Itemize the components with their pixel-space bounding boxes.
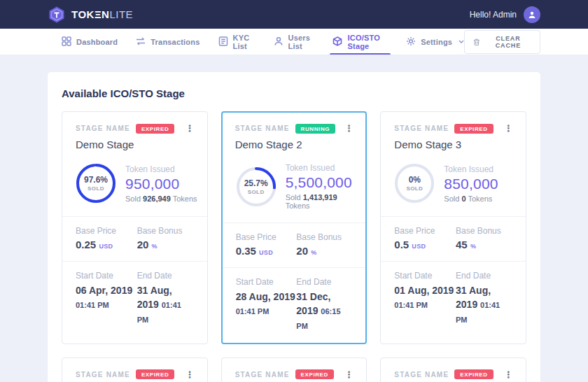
end-date-label: End Date [456,271,512,281]
stage-title: Demo Stage 3 [394,139,516,150]
token-issued-value: 950,000 [125,176,197,192]
token-issued-label: Token Issued [125,164,197,174]
sold-tokens-line: Sold 1,413,919 Tokens [286,193,356,210]
sold-progress-ring: 0% SOLD [394,163,435,204]
sold-percent: 25.7% [244,178,268,188]
user-avatar[interactable] [524,6,540,23]
stage-name-label: STAGE NAME [76,125,130,132]
stage-card: STAGE NAME EXPIRED ⋮ Demo Stage 5 0% SOL… [221,358,368,382]
content-panel: Available ICO/STO Stage STAGE NAME EXPIR… [48,72,540,382]
stage-title: Demo Stage 2 [235,139,357,150]
card-menu-button[interactable]: ⋮ [501,122,516,134]
card-menu-button[interactable]: ⋮ [342,369,356,381]
base-bonus-unit: % [152,243,158,250]
users-list-icon [274,36,284,48]
sold-tokens-line: Sold 0 Tokens [444,194,498,203]
base-bonus-value: 45 % [456,239,512,250]
start-time: 01:41 PM [236,307,270,316]
token-issued-value: 5,500,000 [286,174,356,191]
clear-cache-button[interactable]: CLEAR CACHE [464,30,540,54]
sold-percent: 0% [409,175,421,185]
base-bonus-value: 20 % [137,239,194,250]
nav-item-label: Dashboard [76,38,118,46]
sold-word: SOLD [406,185,423,192]
nav-item-kyc-list[interactable]: KYC List [218,29,255,55]
status-badge: EXPIRED [454,124,493,134]
nav-item-label: Settings [421,38,452,46]
stage-card: STAGE NAME RUNNING ⋮ Demo Stage 2 25.7% … [221,111,368,344]
base-bonus-unit: % [470,243,476,250]
stage-card: STAGE NAME EXPIRED ⋮ Demo Stage 97.6% SO… [62,111,208,344]
sold-word: SOLD [248,189,265,195]
base-price-value: 0.25 USD [76,239,137,250]
kyc-list-icon [218,36,228,48]
sold-progress-ring: 25.7% SOLD [236,167,276,207]
sold-tokens-value: 0 [461,194,465,203]
base-bonus-label: Base Bonus [137,226,194,236]
nav-item-label: ICO/STO Stage [347,34,388,50]
base-bonus-label: Base Bonus [296,232,352,242]
end-date-value: 31 Dec, 2019 06:15 PM [296,290,352,332]
stage-card: STAGE NAME EXPIRED ⋮ Demo Stage 3 0% SOL… [380,111,526,344]
person-icon [528,10,536,19]
sold-tokens-line: Sold 926,949 Tokens [125,194,197,203]
base-price-label: Base Price [236,232,297,242]
brand[interactable]: TOKΞNLITE [48,6,133,24]
end-date-value: 31 Aug, 2019 01:41 PM [456,283,512,326]
card-menu-button[interactable]: ⋮ [342,122,356,134]
base-price-unit: USD [259,249,273,256]
nav-item-dashboard[interactable]: Dashboard [62,29,118,55]
stage-title: Demo Stage [76,139,197,150]
status-badge: EXPIRED [136,369,174,379]
stage-card: STAGE NAME EXPIRED ⋮ Demo Stage 6 0% SOL… [380,358,526,382]
brand-text-bold: TOKΞN [71,8,109,20]
nav-item-label: KYC List [233,34,255,50]
end-date-label: End Date [296,277,352,287]
start-date-value: 28 Aug, 2019 01:41 PM [236,290,297,318]
base-price-label: Base Price [394,226,456,236]
nav-item-users-list[interactable]: Users List [274,29,315,55]
nav-item-ico-sto-stage[interactable]: ICO/STO Stage [332,29,388,55]
ico-sto-icon [332,36,342,48]
stage-name-label: STAGE NAME [394,125,449,132]
base-bonus-label: Base Bonus [456,226,512,236]
sold-tokens-value: 1,413,919 [303,193,337,201]
card-menu-button[interactable]: ⋮ [501,369,516,381]
token-issued-label: Token Issued [286,163,356,173]
sold-tokens-value: 926,949 [143,194,171,203]
page-title: Available ICO/STO Stage [62,87,526,99]
start-date-label: Start Date [76,271,137,281]
transactions-icon [136,36,146,48]
trash-icon [473,38,480,46]
top-header-bar: TOKΞNLITE Hello! Admin [0,0,588,29]
sold-percent: 97.6% [84,175,108,185]
settings-icon [406,36,416,48]
stage-name-label: STAGE NAME [394,371,449,379]
token-issued-label: Token Issued [444,164,498,174]
base-price-value: 0.5 USD [394,239,456,250]
base-price-label: Base Price [76,226,137,236]
tokenlite-logo-icon [48,6,66,24]
start-date-label: Start Date [236,277,297,287]
stage-name-label: STAGE NAME [235,125,290,132]
stage-cards-grid: STAGE NAME EXPIRED ⋮ Demo Stage 97.6% SO… [62,111,526,382]
sold-progress-ring: 97.6% SOLD [76,163,116,204]
brand-text-light: LITE [109,8,133,20]
base-price-unit: USD [412,243,426,250]
card-menu-button[interactable]: ⋮ [183,369,197,381]
stage-card: STAGE NAME EXPIRED ⋮ Demo Stage 4 0% SOL… [62,358,208,382]
base-price-value: 0.35 USD [236,245,297,257]
base-bonus-value: 20 % [296,245,352,257]
nav-item-transactions[interactable]: Transactions [136,29,200,55]
card-menu-button[interactable]: ⋮ [183,122,197,134]
nav-item-settings[interactable]: Settings [406,29,464,55]
base-price-unit: USD [99,243,113,250]
stage-name-label: STAGE NAME [235,371,290,379]
clear-cache-label: CLEAR CACHE [485,35,531,49]
end-date-value: 31 Aug, 2019 01:41 PM [137,283,194,326]
start-time: 01:41 PM [76,301,109,309]
status-badge: EXPIRED [295,369,334,379]
greeting-text: Hello! Admin [470,10,517,20]
dashboard-icon [62,36,71,48]
nav-item-label: Users List [288,34,315,50]
